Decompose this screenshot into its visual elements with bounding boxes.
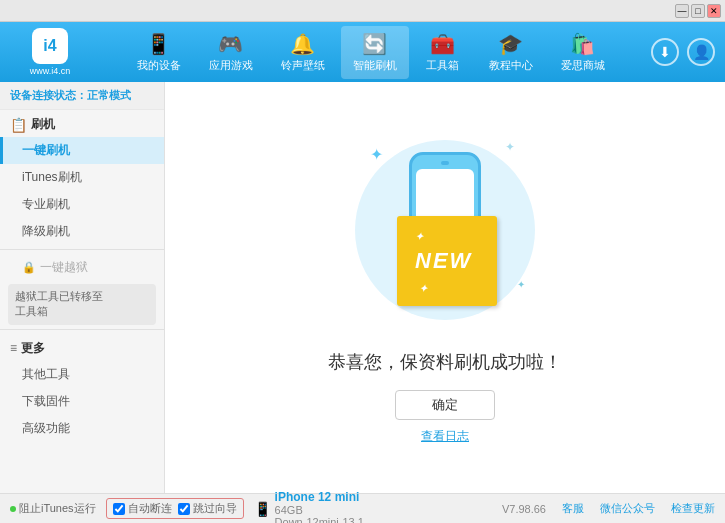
wizard-label: 跳过向导 bbox=[193, 501, 237, 516]
window-controls[interactable]: — □ ✕ bbox=[675, 4, 721, 18]
close-button[interactable]: ✕ bbox=[707, 4, 721, 18]
flash-section-icon: 📋 bbox=[10, 117, 27, 133]
toolbox-icon: 🧰 bbox=[430, 32, 455, 56]
download-firmware-label: 下载固件 bbox=[22, 394, 70, 408]
tutorial-icon: 🎓 bbox=[498, 32, 523, 56]
device-storage: 64GB bbox=[275, 504, 364, 516]
sparkle-icon-2: ✦ bbox=[505, 140, 515, 154]
confirm-button[interactable]: 确定 bbox=[395, 390, 495, 420]
status-left: 阻止iTunes运行 bbox=[10, 501, 96, 516]
jailbreak-label: 一键越狱 bbox=[40, 259, 88, 276]
logo-icon: i4 bbox=[32, 28, 68, 64]
customer-service-link[interactable]: 客服 bbox=[562, 501, 584, 516]
my-device-icon: 📱 bbox=[146, 32, 171, 56]
checkbox-group: 自动断连 跳过向导 bbox=[106, 498, 244, 519]
wechat-link[interactable]: 微信公众号 bbox=[600, 501, 655, 516]
user-button[interactable]: 👤 bbox=[687, 38, 715, 66]
device-model: Down-12mini-13,1 bbox=[275, 516, 364, 524]
nav-item-smart-flash[interactable]: 🔄 智能刷机 bbox=[341, 26, 409, 79]
flash-section-label: 刷机 bbox=[31, 116, 55, 133]
sidebar-item-downgrade-flash[interactable]: 降级刷机 bbox=[0, 218, 164, 245]
view-log-link[interactable]: 查看日志 bbox=[421, 428, 469, 445]
restore-button[interactable]: □ bbox=[691, 4, 705, 18]
version-label: V7.98.66 bbox=[502, 503, 546, 515]
sidebar-section-more: ≡ 更多 bbox=[0, 334, 164, 361]
logo-url: www.i4.cn bbox=[30, 66, 71, 76]
sidebar-item-other-tools[interactable]: 其他工具 bbox=[0, 361, 164, 388]
nav-item-tutorial[interactable]: 🎓 教程中心 bbox=[477, 26, 545, 79]
more-section-label: 更多 bbox=[21, 340, 45, 357]
lock-icon: 🔒 bbox=[22, 261, 36, 274]
new-badge: ✦ NEW ✦ bbox=[397, 216, 497, 306]
nav-right-controls: ⬇ 👤 bbox=[651, 38, 715, 66]
content-area: ✦ ✦ ✦ ✦ NEW ✦ 恭喜您，保资料刷机成功啦！ 确定 查看日志 bbox=[165, 82, 725, 493]
nav-items: 📱 我的设备 🎮 应用游戏 🔔 铃声壁纸 🔄 智能刷机 🧰 工具箱 🎓 教程中心… bbox=[90, 26, 651, 79]
sidebar-jailbreak-section: 🔒 一键越狱 bbox=[0, 254, 164, 280]
nav-item-my-device[interactable]: 📱 我的设备 bbox=[125, 26, 193, 79]
other-tools-label: 其他工具 bbox=[22, 367, 70, 381]
download-button[interactable]: ⬇ bbox=[651, 38, 679, 66]
nav-label-tutorial: 教程中心 bbox=[489, 58, 533, 73]
phone-device-icon: 📱 bbox=[254, 501, 271, 517]
nav-label-store: 爱思商城 bbox=[561, 58, 605, 73]
nav-item-apps[interactable]: 🎮 应用游戏 bbox=[197, 26, 265, 79]
device-name: iPhone 12 mini bbox=[275, 490, 364, 504]
logo-text-icon: i4 bbox=[43, 37, 56, 55]
nav-label-ringtone: 铃声壁纸 bbox=[281, 58, 325, 73]
device-details: iPhone 12 mini 64GB Down-12mini-13,1 bbox=[275, 490, 364, 524]
sparkle-icon-3: ✦ bbox=[517, 279, 525, 290]
sidebar-item-itunes-flash[interactable]: iTunes刷机 bbox=[0, 164, 164, 191]
nav-bar: i4 www.i4.cn 📱 我的设备 🎮 应用游戏 🔔 铃声壁纸 🔄 智能刷机… bbox=[0, 22, 725, 82]
sidebar-item-download-firmware[interactable]: 下载固件 bbox=[0, 388, 164, 415]
sidebar-item-pro-flash[interactable]: 专业刷机 bbox=[0, 191, 164, 218]
wizard-checkbox[interactable] bbox=[178, 503, 190, 515]
bottom-status-bar: 阻止iTunes运行 自动断连 跳过向导 📱 iPhone 12 mini 64… bbox=[0, 493, 725, 523]
minimize-button[interactable]: — bbox=[675, 4, 689, 18]
advanced-label: 高级功能 bbox=[22, 421, 70, 435]
divider-2 bbox=[0, 329, 164, 330]
nav-label-toolbox: 工具箱 bbox=[426, 58, 459, 73]
jailbreak-notice: 越狱工具已转移至工具箱 bbox=[8, 284, 156, 325]
pro-flash-label: 专业刷机 bbox=[22, 197, 70, 211]
sidebar-section-flash: 📋 刷机 bbox=[0, 110, 164, 137]
wizard-checkbox-label[interactable]: 跳过向导 bbox=[178, 501, 237, 516]
connection-status: 设备连接状态：正常模式 bbox=[0, 82, 164, 110]
status-value: 正常模式 bbox=[87, 89, 131, 101]
downgrade-flash-label: 降级刷机 bbox=[22, 224, 70, 238]
auto-launch-label: 自动断连 bbox=[128, 501, 172, 516]
nav-label-my-device: 我的设备 bbox=[137, 58, 181, 73]
sparkle-icon-1: ✦ bbox=[370, 145, 383, 164]
new-badge-text: NEW bbox=[415, 248, 472, 273]
check-update-link[interactable]: 检查更新 bbox=[671, 501, 715, 516]
smart-flash-icon: 🔄 bbox=[362, 32, 387, 56]
auto-launch-checkbox-label[interactable]: 自动断连 bbox=[113, 501, 172, 516]
status-right: V7.98.66 客服 微信公众号 检查更新 bbox=[502, 501, 715, 516]
divider-1 bbox=[0, 249, 164, 250]
nav-item-ringtone[interactable]: 🔔 铃声壁纸 bbox=[269, 26, 337, 79]
jailbreak-notice-text: 越狱工具已转移至工具箱 bbox=[15, 290, 103, 317]
one-key-flash-label: 一键刷机 bbox=[22, 143, 70, 157]
itunes-status: 阻止iTunes运行 bbox=[10, 501, 96, 516]
success-illustration: ✦ ✦ ✦ ✦ NEW ✦ bbox=[345, 130, 545, 330]
new-star-left: ✦ bbox=[415, 231, 425, 242]
store-icon: 🛍️ bbox=[570, 32, 595, 56]
apps-icon: 🎮 bbox=[218, 32, 243, 56]
nav-item-toolbox[interactable]: 🧰 工具箱 bbox=[413, 26, 473, 79]
device-info: 📱 iPhone 12 mini 64GB Down-12mini-13,1 bbox=[254, 490, 364, 524]
new-star-right: ✦ bbox=[419, 283, 429, 294]
sidebar: 设备连接状态：正常模式 📋 刷机 一键刷机 iTunes刷机 专业刷机 降级刷机… bbox=[0, 82, 165, 493]
sidebar-item-one-key-flash[interactable]: 一键刷机 bbox=[0, 137, 164, 164]
sidebar-item-advanced[interactable]: 高级功能 bbox=[0, 415, 164, 442]
more-section-icon: ≡ bbox=[10, 341, 17, 355]
phone-earpiece bbox=[441, 161, 449, 165]
logo: i4 www.i4.cn bbox=[10, 28, 90, 76]
green-dot-icon bbox=[10, 506, 16, 512]
nav-label-smart-flash: 智能刷机 bbox=[353, 58, 397, 73]
itunes-status-label: 阻止iTunes运行 bbox=[19, 501, 96, 516]
nav-item-store[interactable]: 🛍️ 爱思商城 bbox=[549, 26, 617, 79]
itunes-flash-label: iTunes刷机 bbox=[22, 170, 82, 184]
nav-label-apps: 应用游戏 bbox=[209, 58, 253, 73]
status-label: 设备连接状态： bbox=[10, 89, 87, 101]
auto-launch-checkbox[interactable] bbox=[113, 503, 125, 515]
title-bar: — □ ✕ bbox=[0, 0, 725, 22]
